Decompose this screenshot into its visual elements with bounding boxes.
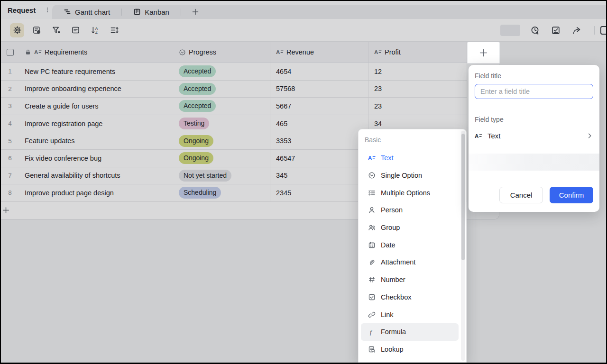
menu-item[interactable]: Multiple Options bbox=[361, 184, 459, 201]
menu-item-label: Checkbox bbox=[381, 293, 411, 301]
group-icon bbox=[368, 224, 376, 231]
field-type-selector[interactable]: A Text bbox=[475, 132, 593, 140]
menu-item-label: Multiple Options bbox=[381, 189, 430, 197]
menu-item-label: Lookup bbox=[381, 346, 404, 353]
menu-item-label: Formula bbox=[381, 328, 406, 336]
chevron-right-icon bbox=[586, 132, 593, 139]
scrollbar-track[interactable] bbox=[461, 131, 465, 361]
add-field-column-header[interactable] bbox=[467, 42, 500, 64]
panel-buttons: Cancel Confirm bbox=[499, 187, 593, 203]
lookup-icon bbox=[368, 346, 376, 353]
menu-item-label: Attachment bbox=[381, 258, 415, 266]
menu-item[interactable]: Number bbox=[361, 271, 459, 289]
menu-item-label: Single Option bbox=[381, 172, 422, 179]
text-field-icon: A bbox=[475, 132, 482, 140]
multiple-options-icon bbox=[368, 189, 376, 197]
svg-text:f: f bbox=[370, 328, 373, 336]
single-option-icon bbox=[368, 172, 376, 179]
scrollbar-thumb[interactable] bbox=[461, 134, 465, 260]
menu-item-label: Person bbox=[381, 206, 403, 214]
number-icon bbox=[368, 276, 376, 283]
menu-item[interactable]: f Formula bbox=[361, 323, 459, 341]
checkbox-icon bbox=[368, 293, 376, 301]
text-field-icon: A bbox=[368, 154, 376, 162]
menu-item[interactable]: Single Option bbox=[361, 167, 459, 184]
menu-item[interactable]: Checkbox bbox=[361, 289, 459, 306]
menu-section-label: Basic bbox=[359, 133, 466, 146]
panel-section-band bbox=[469, 154, 599, 171]
menu-item-label: Group bbox=[381, 224, 400, 231]
field-title-input[interactable] bbox=[475, 84, 593, 99]
menu-item[interactable]: Attachment bbox=[361, 254, 459, 271]
field-type-label: Field type bbox=[475, 99, 593, 123]
link-icon bbox=[368, 311, 376, 318]
attachment-icon bbox=[368, 258, 376, 266]
menu-item-label: Link bbox=[381, 311, 394, 318]
menu-item-label: Number bbox=[381, 276, 405, 283]
field-title-label: Field title bbox=[475, 65, 593, 80]
field-type-menu: Basic A Text Single Option Multiple Opti… bbox=[358, 129, 467, 363]
menu-item[interactable]: A Text bbox=[361, 149, 459, 167]
date-icon bbox=[368, 241, 376, 249]
menu-item-label: Date bbox=[381, 241, 395, 249]
formula-icon: f bbox=[368, 328, 376, 336]
menu-item-label: Text bbox=[381, 154, 394, 162]
confirm-button[interactable]: Confirm bbox=[550, 187, 593, 203]
field-config-panel: Field title Field type A Text Cancel Con… bbox=[469, 65, 599, 212]
menu-item[interactable]: Lookup bbox=[361, 341, 459, 358]
svg-text:A: A bbox=[368, 155, 372, 161]
field-type-value: Text bbox=[487, 132, 501, 140]
menu-item[interactable]: Link bbox=[361, 306, 459, 323]
person-icon bbox=[368, 206, 376, 214]
menu-item[interactable]: Date bbox=[361, 236, 459, 254]
cancel-button[interactable]: Cancel bbox=[499, 187, 543, 203]
menu-item[interactable]: Person bbox=[361, 201, 459, 219]
menu-item[interactable]: Group bbox=[361, 219, 459, 237]
menu-items: A Text Single Option Multiple Options Pe… bbox=[359, 149, 466, 358]
app-window: Request Gantt chart Kanban bbox=[0, 0, 607, 364]
svg-text:A: A bbox=[475, 133, 478, 139]
